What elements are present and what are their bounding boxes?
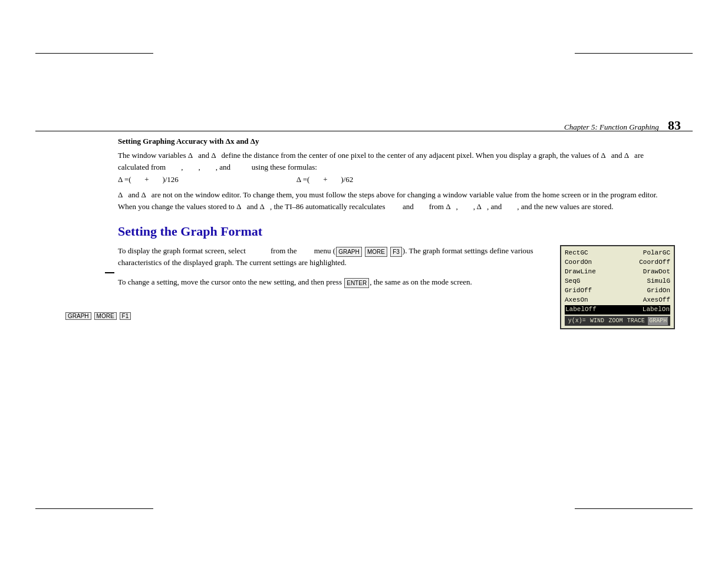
calc-tab-graph: GRAPH bbox=[648, 317, 668, 326]
calc-row-7: LabelOff LabelOn bbox=[565, 305, 670, 315]
calc-cell-gridon: GridOn bbox=[647, 286, 670, 296]
section-graph-format: Setting the Graph Format To display the … bbox=[118, 224, 675, 329]
graph-format-para1: To display the graph format screen, sele… bbox=[118, 245, 548, 268]
graph-format-content: To display the graph format screen, sele… bbox=[118, 245, 675, 329]
calc-tab-trace: TRACE bbox=[626, 317, 646, 326]
calc-cell-coordon: CoordOn bbox=[565, 258, 592, 267]
calc-row-5: GridOff GridOn bbox=[565, 286, 670, 296]
key-graph: GRAPH bbox=[336, 247, 362, 257]
sidebar-key-graph: GRAPH bbox=[65, 312, 91, 320]
formula-line: Δ =( + )/126 Δ =( + )/62 bbox=[118, 175, 675, 184]
calc-cell-labeloff: LabelOff bbox=[565, 305, 597, 315]
calc-row-1: RectGC PolarGC bbox=[565, 249, 670, 258]
calc-tab-wind: WIND bbox=[589, 317, 605, 326]
bottom-line-right bbox=[575, 508, 693, 509]
margin-mark bbox=[105, 272, 114, 273]
calc-cell-axeson: AxesOn bbox=[565, 296, 588, 305]
calc-screen: RectGC PolarGC CoordOn CoordOff DrawLine… bbox=[560, 245, 675, 329]
key-more: MORE bbox=[365, 247, 387, 257]
calc-cell-gridoff: GridOff bbox=[565, 286, 592, 296]
section-graph-format-title: Setting the Graph Format bbox=[118, 224, 675, 239]
section-accuracy-title: Setting Graphing Accuracy with Δx and Δy bbox=[118, 137, 675, 146]
calc-row-6: AxesOn AxesOff bbox=[565, 296, 670, 305]
calc-cell-axesoff: AxesOff bbox=[643, 296, 670, 305]
content-area: Setting Graphing Accuracy with Δx and Δy… bbox=[118, 137, 675, 329]
formula2: Δ =( + )/62 bbox=[297, 175, 353, 184]
top-line-right bbox=[575, 53, 693, 54]
calc-cell-labelon: LabelOn bbox=[643, 305, 670, 315]
calc-cell-seqg: SeqG bbox=[565, 277, 580, 286]
page-container: Chapter 5: Function Graphing 83 Setting … bbox=[0, 0, 728, 562]
graph-format-text: To display the graph format screen, sele… bbox=[118, 245, 548, 288]
graph-format-para2: To change a setting, move the cursor ont… bbox=[118, 276, 548, 288]
sidebar-key-group: GRAPH MORE F1 bbox=[65, 312, 131, 320]
calc-cell-simulg: SimulG bbox=[647, 277, 670, 286]
calc-cell-polargc: PolarGC bbox=[643, 249, 670, 258]
calc-screen-bottom-bar: y(x)= WIND ZOOM TRACE GRAPH bbox=[565, 316, 670, 326]
sidebar-key-f1: F1 bbox=[120, 312, 131, 320]
calc-tab-zoom: ZOOM bbox=[607, 317, 624, 326]
calc-row-2: CoordOn CoordOff bbox=[565, 258, 670, 267]
calc-cell-drawline: DrawLine bbox=[565, 267, 596, 277]
header-rule bbox=[35, 131, 693, 131]
key-f3: F3 bbox=[390, 247, 402, 257]
calc-cell-coordoff: CoordOff bbox=[639, 258, 670, 267]
section-accuracy: Setting Graphing Accuracy with Δx and Δy… bbox=[118, 137, 675, 212]
section-accuracy-body2: Δ and Δ are not on the window editor. To… bbox=[118, 189, 675, 212]
calc-tab-yx: y(x)= bbox=[567, 317, 587, 326]
calc-row-3: DrawLine DrawDot bbox=[565, 267, 670, 277]
key-enter: ENTER bbox=[344, 278, 369, 288]
calc-cell-drawdot: DrawDot bbox=[643, 267, 670, 277]
chapter-title-text: Chapter 5: Function Graphing bbox=[564, 123, 659, 131]
sidebar-key-more: MORE bbox=[94, 312, 117, 320]
formula1: Δ =( + )/126 bbox=[118, 175, 179, 184]
calc-cell-rectgc: RectGC bbox=[565, 249, 588, 258]
top-line-left bbox=[35, 53, 153, 54]
section-accuracy-body1: The window variables Δ and Δ define the … bbox=[118, 150, 675, 173]
bottom-line-left bbox=[35, 508, 153, 509]
calc-row-4: SeqG SimulG bbox=[565, 277, 670, 286]
